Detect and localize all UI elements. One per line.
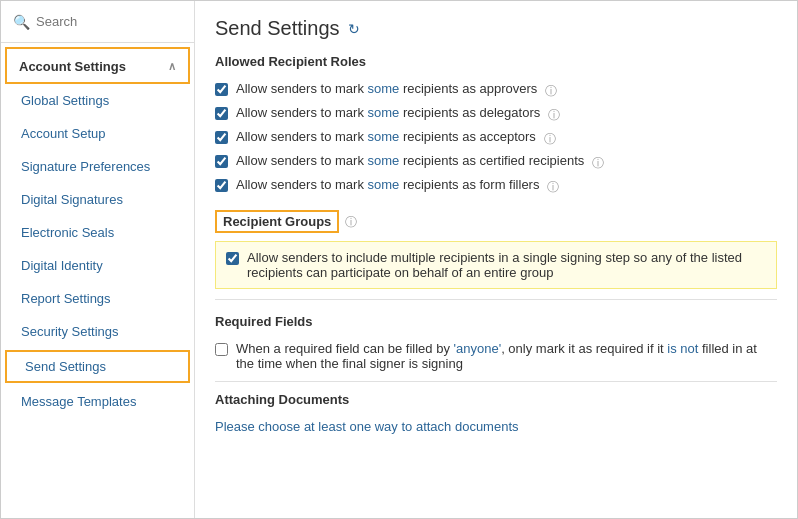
help-approvers-icon[interactable]: ⓘ bbox=[545, 83, 557, 100]
checkbox-delegators: Allow senders to mark some recipients as… bbox=[215, 105, 777, 124]
checkbox-form-fillers: Allow senders to mark some recipients as… bbox=[215, 177, 777, 196]
help-delegators-icon[interactable]: ⓘ bbox=[548, 107, 560, 124]
attaching-documents-subtitle: Please choose at least one way to attach… bbox=[215, 419, 777, 434]
help-acceptors-icon[interactable]: ⓘ bbox=[544, 131, 556, 148]
checkbox-acceptors: Allow senders to mark some recipients as… bbox=[215, 129, 777, 148]
recipient-groups-checkbox[interactable] bbox=[226, 252, 239, 265]
checkbox-certified-input[interactable] bbox=[215, 155, 228, 168]
checkbox-delegators-input[interactable] bbox=[215, 107, 228, 120]
required-fields-checkbox-item: When a required field can be filled by '… bbox=[215, 341, 777, 371]
sidebar-item-report-settings[interactable]: Report Settings bbox=[1, 282, 194, 315]
allowed-recipient-roles-title: Allowed Recipient Roles bbox=[215, 54, 777, 73]
checkbox-acceptors-input[interactable] bbox=[215, 131, 228, 144]
recipient-groups-section: Recipient Groups ⓘ Allow senders to incl… bbox=[215, 210, 777, 289]
attaching-documents-section: Attaching Documents Please choose at lea… bbox=[215, 392, 777, 434]
sidebar-item-global-settings[interactable]: Global Settings bbox=[1, 84, 194, 117]
chevron-up-icon: ∧ bbox=[168, 60, 176, 73]
recipient-groups-checkbox-row: Allow senders to include multiple recipi… bbox=[215, 241, 777, 289]
divider-2 bbox=[215, 381, 777, 382]
recipient-groups-text: Allow senders to include multiple recipi… bbox=[247, 250, 766, 280]
required-fields-checkbox[interactable] bbox=[215, 343, 228, 356]
app-window: 🔍 Account Settings ∧ Global Settings Acc… bbox=[0, 0, 798, 519]
sidebar-item-signature-preferences[interactable]: Signature Preferences bbox=[1, 150, 194, 183]
sidebar-item-electronic-seals[interactable]: Electronic Seals bbox=[1, 216, 194, 249]
account-settings-header[interactable]: Account Settings ∧ bbox=[5, 47, 190, 84]
search-icon: 🔍 bbox=[13, 14, 30, 30]
help-recipient-groups-icon[interactable]: ⓘ bbox=[345, 214, 357, 231]
sidebar-item-message-templates[interactable]: Message Templates bbox=[1, 385, 194, 418]
account-settings-label: Account Settings bbox=[19, 59, 126, 74]
allowed-recipient-roles-section: Allowed Recipient Roles Allow senders to… bbox=[215, 54, 777, 196]
recipient-groups-title: Recipient Groups bbox=[215, 210, 339, 233]
sidebar-item-send-settings[interactable]: Send Settings bbox=[5, 350, 190, 383]
search-input[interactable] bbox=[36, 14, 182, 29]
attaching-documents-title: Attaching Documents bbox=[215, 392, 777, 411]
sidebar: 🔍 Account Settings ∧ Global Settings Acc… bbox=[1, 1, 195, 518]
sidebar-item-digital-identity[interactable]: Digital Identity bbox=[1, 249, 194, 282]
help-form-fillers-icon[interactable]: ⓘ bbox=[547, 179, 559, 196]
sidebar-item-security-settings[interactable]: Security Settings bbox=[1, 315, 194, 348]
checkbox-form-fillers-input[interactable] bbox=[215, 179, 228, 192]
search-bar[interactable]: 🔍 bbox=[1, 1, 194, 43]
divider-1 bbox=[215, 299, 777, 300]
checkbox-approvers-input[interactable] bbox=[215, 83, 228, 96]
required-fields-section: Required Fields When a required field ca… bbox=[215, 314, 777, 371]
page-title: Send Settings ↻ bbox=[215, 17, 777, 40]
main-content: Send Settings ↻ Allowed Recipient Roles … bbox=[195, 1, 797, 518]
checkbox-approvers: Allow senders to mark some recipients as… bbox=[215, 81, 777, 100]
checkbox-certified: Allow senders to mark some recipients as… bbox=[215, 153, 777, 172]
refresh-icon[interactable]: ↻ bbox=[348, 21, 360, 37]
required-fields-title: Required Fields bbox=[215, 314, 777, 333]
sidebar-item-account-setup[interactable]: Account Setup bbox=[1, 117, 194, 150]
help-certified-icon[interactable]: ⓘ bbox=[592, 155, 604, 172]
sidebar-item-digital-signatures[interactable]: Digital Signatures bbox=[1, 183, 194, 216]
